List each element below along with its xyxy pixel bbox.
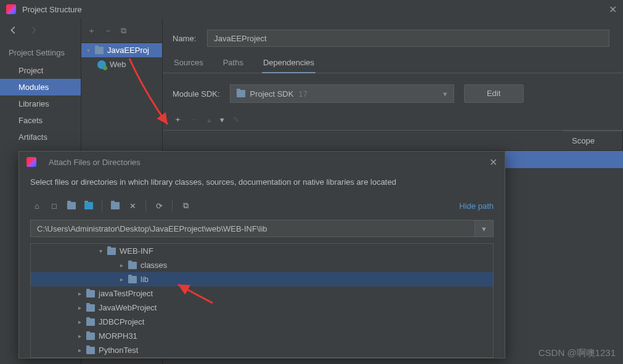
- sdk-label: Module SDK:: [173, 89, 220, 99]
- path-dropdown[interactable]: ▾: [475, 220, 494, 237]
- chevron-right-icon: ▸: [76, 318, 83, 325]
- chevron-down-icon: ▾: [443, 89, 447, 99]
- folder-icon: [86, 333, 95, 340]
- project-icon[interactable]: [65, 199, 78, 212]
- new-folder-icon[interactable]: [108, 199, 122, 212]
- remove-icon[interactable]: －: [104, 25, 112, 36]
- tree-label: MORPH31: [99, 331, 137, 341]
- tree-row[interactable]: ▸javaTestProject: [31, 286, 493, 301]
- window-title: Project Structure: [22, 5, 609, 14]
- module-name-input[interactable]: [207, 30, 609, 47]
- tree-label: JavaWebProject: [99, 303, 157, 312]
- minus-icon[interactable]: －: [190, 114, 198, 125]
- module-label: JavaEEProj: [107, 46, 149, 55]
- chevron-down-icon: ▾: [85, 47, 91, 54]
- sidebar-item-modules[interactable]: Modules: [0, 79, 81, 95]
- sidebar-item-facets[interactable]: Facets: [0, 112, 81, 129]
- up-icon[interactable]: ▴: [207, 115, 211, 124]
- module-node[interactable]: ▾ JavaEEProj: [81, 43, 162, 57]
- col-scope: Scope: [563, 131, 623, 150]
- chevron-right-icon: ▸: [118, 276, 124, 283]
- edit-icon[interactable]: ✎: [233, 115, 240, 124]
- file-tree[interactable]: ▾WEB-INF▸classes▸lib▸javaTestProject▸Jav…: [30, 243, 494, 358]
- edit-button[interactable]: Edit: [464, 84, 524, 103]
- tree-row[interactable]: ▾WEB-INF: [31, 244, 493, 258]
- path-input[interactable]: [30, 220, 475, 237]
- chevron-right-icon: ▸: [76, 304, 83, 311]
- chevron-right-icon: ▸: [76, 290, 83, 297]
- tree-row[interactable]: ▸JavaWebProject: [31, 301, 493, 315]
- module-icon[interactable]: [82, 199, 96, 212]
- tree-row[interactable]: ▸JDBCProject: [31, 315, 493, 329]
- section-header: Project Settings: [0, 43, 81, 62]
- attach-dialog: Attach Files or Directories ✕ Select fil…: [18, 151, 505, 358]
- sdk-version: 17: [298, 89, 307, 99]
- delete-icon[interactable]: ✕: [126, 199, 139, 212]
- tab-dependencies[interactable]: Dependencies: [262, 58, 316, 73]
- folder-icon: [107, 248, 116, 255]
- refresh-icon[interactable]: ⟳: [152, 199, 166, 212]
- chevron-right-icon: ▸: [118, 262, 124, 269]
- folder-icon: [128, 262, 137, 269]
- tab-paths[interactable]: Paths: [222, 58, 245, 73]
- sidebar-item-libraries[interactable]: Libraries: [0, 95, 81, 112]
- chevron-right-icon: ▸: [76, 347, 83, 354]
- tree-label: WEB-INF: [120, 246, 153, 256]
- folder-icon: [86, 304, 95, 312]
- module-child-web[interactable]: Web: [81, 57, 162, 71]
- dialog-description: Select files or directories in which lib…: [19, 172, 505, 195]
- tree-label: javaTestProject: [99, 289, 153, 298]
- tree-row[interactable]: ▸lib: [31, 272, 493, 286]
- sidebar-item-project[interactable]: Project: [0, 62, 81, 79]
- close-icon[interactable]: ✕: [609, 4, 617, 15]
- chevron-right-icon: ▸: [76, 333, 83, 339]
- intellij-icon: [6, 4, 16, 14]
- tree-row[interactable]: ▸classes: [31, 258, 493, 272]
- hide-path-link[interactable]: Hide path: [459, 201, 494, 211]
- intellij-icon: [26, 157, 36, 167]
- tree-row[interactable]: ▸PythonTest: [31, 343, 493, 357]
- folder-icon: [237, 90, 245, 97]
- sdk-value: Project SDK: [250, 89, 294, 99]
- desktop-icon[interactable]: □: [47, 199, 61, 212]
- down-icon[interactable]: ▾: [220, 115, 224, 124]
- copy-icon[interactable]: ⧉: [121, 26, 126, 36]
- module-child-label: Web: [110, 60, 126, 69]
- sidebar-item-artifacts[interactable]: Artifacts: [0, 129, 81, 145]
- tree-label: PythonTest: [99, 346, 138, 355]
- tab-sources[interactable]: Sources: [173, 58, 205, 73]
- tree-label: JDBCProject: [99, 317, 144, 326]
- home-icon[interactable]: ⌂: [30, 199, 44, 212]
- back-icon[interactable]: [9, 26, 18, 36]
- close-icon[interactable]: ✕: [489, 156, 497, 168]
- deps-table-header: Export Scope: [163, 131, 623, 151]
- plus-icon[interactable]: ＋: [174, 114, 182, 125]
- forward-icon: [29, 26, 38, 36]
- chevron-down-icon: ▾: [97, 248, 104, 254]
- folder-icon: [86, 347, 95, 354]
- folder-icon: [86, 318, 95, 326]
- folder-icon: [95, 47, 104, 54]
- dialog-title: Attach Files or Directories: [49, 158, 483, 167]
- sdk-select[interactable]: Project SDK 17 ▾: [230, 84, 454, 103]
- folder-icon: [128, 276, 137, 283]
- tree-label: lib: [140, 275, 149, 284]
- tree-row[interactable]: ▸MORPH31: [31, 329, 493, 343]
- web-icon: [97, 60, 106, 69]
- show-hidden-icon[interactable]: ⧉: [179, 199, 192, 212]
- add-icon[interactable]: ＋: [88, 25, 96, 36]
- name-label: Name:: [173, 34, 196, 43]
- tree-label: classes: [140, 261, 167, 270]
- folder-icon: [86, 290, 95, 297]
